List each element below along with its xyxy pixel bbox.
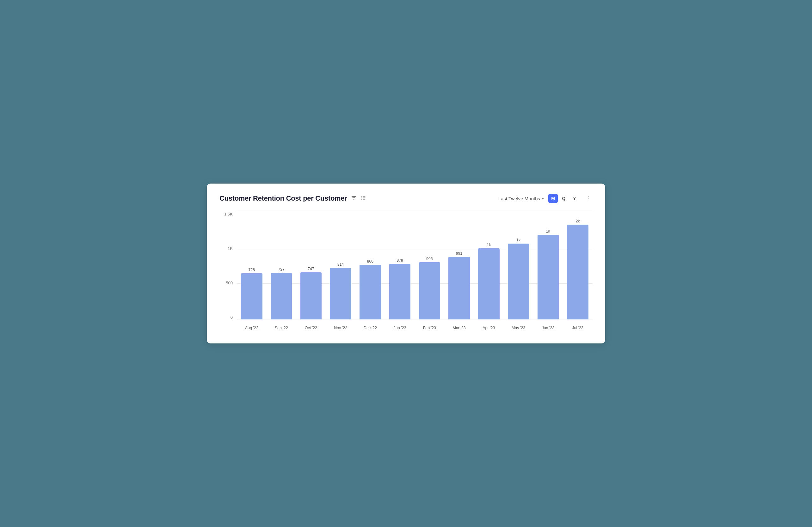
bar [567, 225, 589, 319]
list-icon[interactable] [361, 195, 366, 202]
bar-value: 2k [576, 219, 580, 223]
bar-label: May '23 [512, 326, 525, 330]
bar-group: 1k Apr '23 [474, 212, 504, 319]
bar-group: 878 Jan '23 [385, 212, 415, 319]
bar [419, 262, 440, 319]
bars-container: 728 Aug '22 737 Sep '22 747 Oct '22 814 … [237, 212, 593, 332]
time-btn-month[interactable]: M [548, 194, 558, 203]
bar-label: Dec '22 [364, 326, 377, 330]
bar [360, 265, 381, 319]
svg-rect-2 [361, 197, 362, 198]
bar [448, 257, 470, 319]
y-label-500: 500 [226, 281, 233, 285]
bar-value: 991 [456, 251, 462, 256]
bar-value: 878 [397, 258, 403, 262]
bar [300, 272, 322, 319]
bar-value: 1k [516, 238, 520, 242]
bar-value: 1k [546, 229, 550, 234]
bar-group: 1k May '23 [504, 212, 533, 319]
bar-label: Aug '22 [245, 326, 258, 330]
chart-card: Customer Retention Cost per Customer [207, 184, 605, 343]
bar-value: 906 [426, 257, 433, 261]
svg-rect-5 [363, 199, 365, 200]
bar-group: 737 Sep '22 [266, 212, 296, 319]
chart-body: 728 Aug '22 737 Sep '22 747 Oct '22 814 … [237, 212, 593, 332]
time-buttons-group: M Q Y [548, 194, 579, 203]
bar-group: 906 Feb '23 [415, 212, 445, 319]
y-axis: 1.5K 1K 500 0 [219, 212, 235, 319]
filter-icon[interactable] [351, 195, 357, 202]
svg-rect-1 [363, 196, 365, 197]
chart-title: Customer Retention Cost per Customer [219, 194, 347, 202]
bar-value: 866 [367, 259, 374, 264]
bar-label: Oct '22 [305, 326, 317, 330]
bar [389, 264, 411, 319]
bar-group: 814 Nov '22 [326, 212, 356, 319]
bar [478, 249, 499, 319]
more-options-icon[interactable]: ⋮ [584, 195, 593, 201]
svg-rect-3 [363, 197, 365, 198]
time-btn-quarter[interactable]: Q [559, 194, 568, 203]
chevron-down-icon: ▾ [542, 196, 544, 201]
y-label-1.5k: 1.5K [224, 212, 233, 216]
bar-label: Mar '23 [452, 326, 465, 330]
bar-label: Feb '23 [423, 326, 436, 330]
bar-label: Jul '23 [572, 326, 583, 330]
bar-value: 737 [278, 267, 285, 272]
bar-group: 728 Aug '22 [237, 212, 266, 319]
svg-rect-4 [361, 199, 362, 200]
header-right: Last Twelve Months ▾ M Q Y ⋮ [498, 194, 593, 203]
bar-group: 866 Dec '22 [356, 212, 385, 319]
bar-label: Nov '22 [334, 326, 347, 330]
bar-value: 1k [487, 243, 491, 247]
y-label-1k: 1K [228, 246, 233, 251]
bar-value: 747 [308, 267, 314, 271]
y-label-0: 0 [231, 315, 233, 319]
period-label: Last Twelve Months [498, 196, 540, 201]
bar [538, 235, 559, 319]
bar-label: Apr '23 [482, 326, 495, 330]
bar-group: 991 Mar '23 [444, 212, 474, 319]
bar-label: Jan '23 [394, 326, 406, 330]
bar-value: 728 [248, 268, 255, 272]
bar-group: 2k Jul '23 [563, 212, 593, 319]
svg-rect-0 [361, 196, 362, 197]
time-btn-year[interactable]: Y [570, 194, 579, 203]
period-dropdown[interactable]: Last Twelve Months ▾ [498, 196, 544, 201]
bar [241, 273, 262, 319]
bar-label: Jun '23 [542, 326, 554, 330]
bar-label: Sep '22 [275, 326, 288, 330]
bar-value: 814 [337, 262, 344, 267]
chart-header: Customer Retention Cost per Customer [219, 194, 593, 203]
chart-area: 1.5K 1K 500 0 728 Aug '22 737 Sep '22 74… [219, 212, 593, 332]
bar-group: 1k Jun '23 [533, 212, 563, 319]
header-left: Customer Retention Cost per Customer [219, 194, 366, 202]
bar [508, 244, 529, 319]
bar-group: 747 Oct '22 [296, 212, 326, 319]
bar [330, 268, 351, 319]
bar [271, 273, 292, 319]
